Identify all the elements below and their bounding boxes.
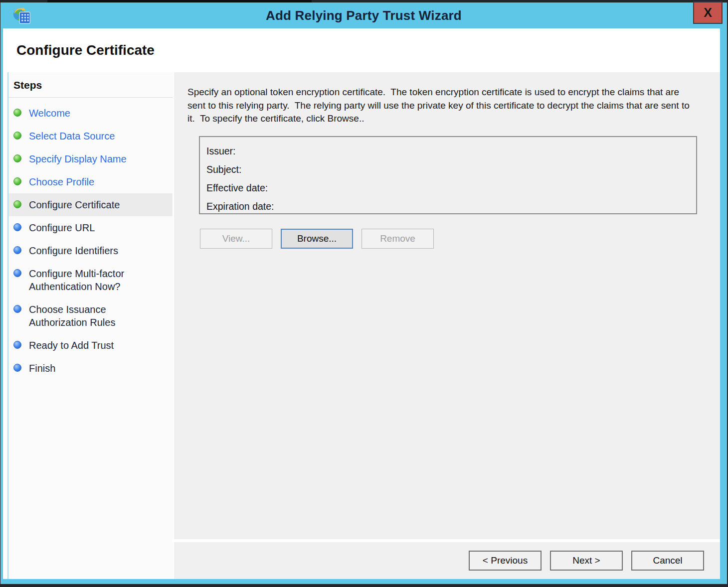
wizard-footer: < Previous Next > Cancel (174, 542, 720, 579)
window-title: Add Relying Party Trust Wizard (0, 8, 727, 23)
steps-sidebar: Steps Welcome Select Data Source Spec (7, 72, 173, 579)
cert-field-label: Expiration date: (206, 201, 274, 212)
blue-dot-icon (13, 364, 21, 372)
step-label: Configure Certificate (29, 198, 120, 211)
remove-button: Remove (362, 229, 434, 249)
step-label: Finish (29, 362, 55, 375)
page-header: Configure Certificate (3, 28, 720, 72)
page-title: Configure Certificate (16, 42, 155, 58)
certificate-actions: View... Browse... Remove (200, 229, 720, 249)
blue-dot-icon (13, 269, 21, 277)
step-label: Choose Issuance Authorization Rules (29, 303, 138, 329)
content-pane: Specify an optional token encryption cer… (174, 72, 720, 539)
steps-list: Welcome Select Data Source Specify Displ… (8, 102, 173, 380)
step-label: Configure Identifiers (29, 244, 118, 257)
cert-field-effective-date: Effective date: (206, 179, 696, 197)
step-label[interactable]: Specify Display Name (29, 152, 127, 165)
step-item-choose-issuance-rules: Choose Issuance Authorization Rules (8, 298, 173, 334)
cert-field-issuer: Issuer: (206, 142, 696, 160)
step-item-configure-mfa: Configure Multi-factor Authentication No… (8, 262, 173, 298)
close-x-icon: X (704, 5, 712, 20)
green-dot-icon (13, 132, 21, 140)
step-label[interactable]: Select Data Source (29, 130, 115, 143)
step-item-specify-display-name[interactable]: Specify Display Name (8, 147, 173, 170)
step-description: Specify an optional token encryption cer… (187, 86, 691, 126)
blue-dot-icon (13, 246, 21, 254)
browse-button[interactable]: Browse... (281, 229, 353, 249)
cert-field-label: Effective date: (206, 182, 268, 193)
step-item-configure-certificate: Configure Certificate (8, 193, 173, 216)
step-label: Configure URL (29, 221, 95, 234)
screen: Add Relying Party Trust Wizard X Configu… (0, 0, 728, 587)
blue-dot-icon (13, 305, 21, 313)
certificate-details-panel: Issuer: Subject: Effective date: Expirat… (199, 136, 697, 214)
cancel-button[interactable]: Cancel (631, 551, 704, 571)
blue-dot-icon (13, 341, 21, 349)
step-label: Ready to Add Trust (29, 339, 114, 352)
green-dot-icon (13, 200, 21, 208)
step-label[interactable]: Choose Profile (29, 175, 94, 188)
green-dot-icon (13, 177, 21, 185)
step-item-welcome[interactable]: Welcome (8, 102, 173, 125)
close-button[interactable]: X (693, 1, 723, 24)
step-item-finish: Finish (8, 357, 173, 380)
step-item-ready-to-add-trust: Ready to Add Trust (8, 334, 173, 357)
view-button: View... (200, 229, 272, 249)
cert-field-label: Issuer: (206, 146, 236, 156)
dialog-surface: Configure Certificate Steps Welcome Sele… (3, 28, 720, 579)
step-item-choose-profile[interactable]: Choose Profile (8, 170, 173, 193)
green-dot-icon (13, 109, 21, 117)
titlebar: Add Relying Party Trust Wizard (0, 2, 727, 28)
step-item-configure-identifiers: Configure Identifiers (8, 239, 173, 262)
step-item-configure-url: Configure URL (8, 216, 173, 239)
cert-field-expiration-date: Expiration date: (206, 197, 696, 216)
previous-button[interactable]: < Previous (469, 551, 542, 571)
next-button[interactable]: Next > (550, 551, 623, 571)
dialog-body: Steps Welcome Select Data Source Spec (3, 72, 720, 579)
green-dot-icon (13, 154, 21, 162)
cert-field-subject: Subject: (206, 160, 696, 179)
steps-heading: Steps (8, 72, 173, 98)
cert-field-label: Subject: (206, 164, 241, 175)
step-label[interactable]: Welcome (29, 107, 70, 120)
step-item-select-data-source[interactable]: Select Data Source (8, 125, 173, 147)
blue-dot-icon (13, 223, 21, 231)
wizard-window: Add Relying Party Trust Wizard X Configu… (0, 2, 727, 584)
content-column: Specify an optional token encryption cer… (174, 72, 720, 579)
step-label: Configure Multi-factor Authentication No… (29, 267, 138, 293)
